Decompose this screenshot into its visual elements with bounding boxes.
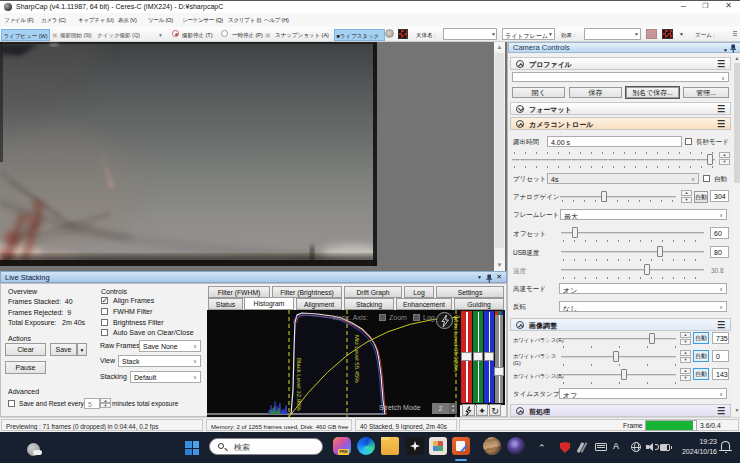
svg-text:Mid Level 55.45%: Mid Level 55.45% [354,335,360,383]
svg-text:White Level 98.929%: White Level 98.929% [453,315,459,372]
svg-text:Black Level 32.96%: Black Level 32.96% [296,358,302,411]
